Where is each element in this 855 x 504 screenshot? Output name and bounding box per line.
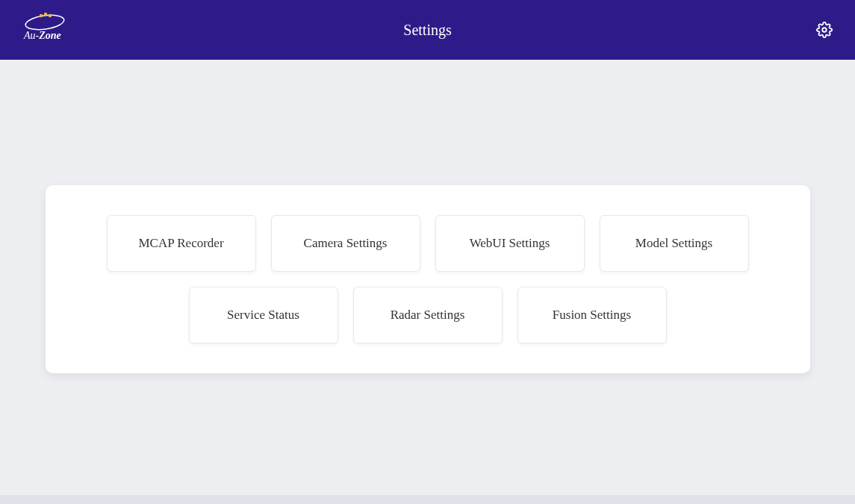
logo-suffix: Zone [39,30,61,41]
logo-prefix: Au- [24,30,39,41]
svg-point-1 [40,13,43,16]
mcap-recorder-button[interactable]: MCAP Recorder [107,215,256,272]
svg-point-4 [822,28,827,32]
logo[interactable]: Au-Zone [22,17,67,43]
gear-icon[interactable] [816,22,833,38]
button-label: WebUI Settings [470,236,550,251]
button-label: Camera Settings [304,236,388,251]
header: Au-Zone Settings [0,0,855,60]
webui-settings-button[interactable]: WebUI Settings [435,215,585,272]
button-label: Fusion Settings [553,308,631,323]
settings-card: MCAP Recorder Camera Settings WebUI Sett… [46,185,810,373]
radar-settings-button[interactable]: Radar Settings [353,287,503,343]
button-label: Model Settings [635,236,712,251]
camera-settings-button[interactable]: Camera Settings [271,215,420,272]
main-content: MCAP Recorder Camera Settings WebUI Sett… [0,60,855,373]
button-label: Service Status [227,308,299,323]
model-settings-button[interactable]: Model Settings [600,215,749,272]
fusion-settings-button[interactable]: Fusion Settings [517,287,667,343]
svg-point-0 [25,13,65,31]
button-label: MCAP Recorder [138,236,223,251]
svg-point-2 [44,12,47,15]
footer-bar [0,495,855,504]
svg-point-3 [49,13,52,16]
logo-text: Au-Zone [24,30,61,42]
page-title: Settings [403,22,451,39]
settings-grid: MCAP Recorder Camera Settings WebUI Sett… [105,215,750,343]
button-label: Radar Settings [391,308,465,323]
service-status-button[interactable]: Service Status [189,287,338,343]
